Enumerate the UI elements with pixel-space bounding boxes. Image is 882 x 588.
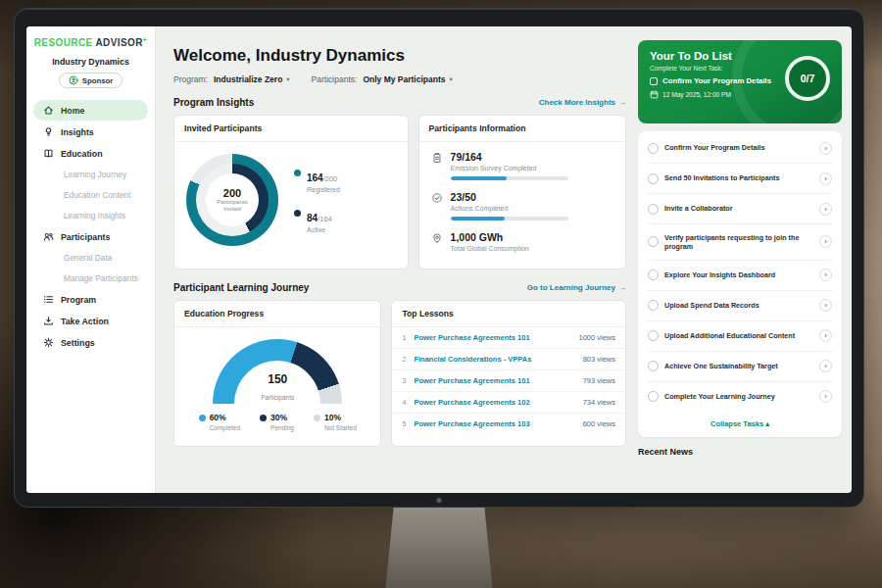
task-row[interactable]: Verify participants requesting to join t…	[647, 224, 833, 261]
chevron-right-icon[interactable]: ›	[819, 390, 832, 403]
sponsor-label: Sponsor	[82, 76, 114, 85]
lesson-link[interactable]: Power Purchase Agreements 102	[414, 398, 582, 407]
task-checkbox[interactable]	[648, 391, 659, 402]
sidebar-item-general-data[interactable]: General Data	[33, 248, 148, 268]
lesson-row: 1 Power Purchase Agreements 101 1000 vie…	[392, 327, 625, 349]
checkbox[interactable]	[650, 77, 658, 85]
collapse-label: Collapse Tasks	[710, 419, 763, 428]
task-row[interactable]: Complete Your Learning Journey ›	[647, 382, 833, 412]
gauge-legend: 60% Completed 30% Pending 10% Not Starte…	[174, 413, 380, 431]
task-row[interactable]: Send 50 Invitations to Participants ›	[647, 164, 833, 194]
sidebar-item-learning-journey[interactable]: Learning Journey	[33, 165, 148, 184]
lesson-row: 3 Power Purchase Agreements 101 793 view…	[392, 370, 625, 392]
sidebar-item-label: Take Action	[61, 317, 109, 326]
chevron-right-icon[interactable]: ›	[819, 235, 832, 248]
task-checkbox[interactable]	[648, 236, 659, 247]
invited-participants-donut-chart: 200 Participants Invited	[186, 154, 278, 246]
chevron-down-icon: ▾	[286, 75, 289, 83]
check-circle-icon	[431, 192, 443, 204]
sidebar-item-settings[interactable]: Settings	[33, 332, 148, 353]
task-checkbox[interactable]	[648, 361, 659, 371]
program-select[interactable]: Industrialize Zero ▾	[214, 74, 290, 84]
task-row[interactable]: Achieve One Sustainability Target ›	[647, 352, 833, 382]
legend-value: 164	[307, 172, 323, 183]
sponsor-badge[interactable]: Sponsor	[59, 73, 123, 88]
chevron-right-icon[interactable]: ›	[819, 172, 832, 185]
check-more-insights-link[interactable]: Check More Insights →	[539, 98, 626, 107]
arrow-right-icon: →	[618, 98, 626, 107]
task-label: Complete Your Learning Journey	[664, 392, 813, 401]
progress-bar-track	[451, 217, 568, 220]
sidebar-item-label: Home	[61, 106, 84, 116]
lesson-views: 734 views	[583, 398, 615, 407]
task-checkbox[interactable]	[648, 173, 659, 184]
sidebar-item-label: Learning Insights	[64, 211, 125, 220]
task-checkbox[interactable]	[648, 300, 659, 311]
sidebar-item-education-content[interactable]: Education Content	[33, 185, 148, 205]
stat-label: Emission Survey Completed	[451, 165, 568, 172]
sidebar-item-take-action[interactable]: Take Action	[33, 311, 148, 331]
progress-bar-fill	[451, 176, 508, 180]
legend-total: /164	[318, 215, 332, 223]
stat-label: Total Global Consumption	[451, 245, 529, 252]
task-row[interactable]: Upload Additional Educational Content ›	[647, 321, 833, 352]
lesson-link[interactable]: Financial Considerations - VPPAs	[414, 355, 582, 364]
donut-legend: 164/200 Registered 84/164 Active	[294, 168, 340, 233]
sidebar-item-manage-participants[interactable]: Manage Participants	[33, 269, 148, 288]
chevron-right-icon[interactable]: ›	[819, 360, 832, 372]
lesson-row: 5 Power Purchase Agreements 103 600 view…	[392, 414, 625, 434]
task-checkbox[interactable]	[648, 330, 659, 341]
lesson-views: 600 views	[583, 419, 615, 428]
logo-text-secondary: ADVISOR	[95, 37, 142, 48]
home-icon	[43, 105, 54, 116]
task-row[interactable]: Invite a Collaborator ›	[647, 194, 833, 224]
chevron-right-icon[interactable]: ›	[819, 269, 832, 281]
task-checkbox[interactable]	[648, 204, 659, 215]
legend-item-registered: 164/200 Registered	[294, 168, 340, 193]
chevron-right-icon[interactable]: ›	[819, 203, 832, 216]
sidebar-item-label: Insights	[61, 127, 94, 137]
lesson-row: 2 Financial Considerations - VPPAs 803 v…	[392, 349, 625, 370]
sidebar-item-home[interactable]: Home	[33, 100, 148, 121]
task-row[interactable]: Explore Your Insights Dashboard ›	[647, 261, 833, 291]
logo-plus: +	[143, 36, 148, 43]
task-row[interactable]: Confirm Your Program Details ›	[647, 133, 833, 164]
recent-news-title: Recent News	[638, 447, 842, 457]
legend-item-completed: 60% Completed	[199, 413, 240, 431]
chevron-right-icon[interactable]: ›	[819, 142, 832, 155]
task-checkbox[interactable]	[648, 270, 659, 280]
chevron-right-icon[interactable]: ›	[819, 299, 832, 312]
lesson-link[interactable]: Power Purchase Agreements 103	[414, 419, 582, 428]
task-label: Invite a Collaborator	[664, 204, 813, 213]
task-checkbox[interactable]	[648, 143, 659, 154]
task-label: Upload Spend Data Records	[664, 301, 813, 310]
monitor-power-led	[437, 498, 442, 503]
lesson-link[interactable]: Power Purchase Agreements 101	[414, 333, 578, 342]
lesson-link[interactable]: Power Purchase Agreements 101	[414, 376, 582, 385]
sidebar-item-education[interactable]: Education	[33, 143, 148, 164]
sidebar-item-program[interactable]: Program	[33, 289, 148, 310]
arrow-right-icon: →	[618, 283, 626, 292]
todo-due-label: 12 May 2025, 12:00 PM	[662, 91, 731, 98]
participants-filter-label: Participants:	[312, 74, 358, 84]
legend-dot-gray	[314, 415, 320, 421]
legend-pct: 60%	[210, 413, 226, 422]
lesson-views: 803 views	[583, 355, 615, 364]
collapse-tasks-link[interactable]: Collapse Tasks ▴	[647, 412, 833, 435]
chevron-right-icon[interactable]: ›	[819, 329, 832, 342]
todo-next-task[interactable]: Confirm Your Program Details	[650, 76, 797, 85]
sidebar-item-learning-insights[interactable]: Learning Insights	[33, 206, 148, 225]
sponsor-person-icon	[69, 75, 78, 85]
section-title: Participant Learning Journey	[173, 282, 309, 293]
lesson-views: 793 views	[583, 376, 615, 385]
go-to-learning-journey-link[interactable]: Go to Learning Journey →	[527, 283, 626, 292]
participants-select[interactable]: Only My Participants ▾	[363, 74, 452, 84]
task-row[interactable]: Upload Spend Data Records ›	[647, 291, 833, 321]
donut-center-label: 200 Participants Invited	[206, 173, 259, 226]
task-label: Verify participants requesting to join t…	[664, 233, 813, 252]
link-label: Go to Learning Journey	[527, 283, 615, 292]
sidebar-item-participants[interactable]: Participants	[33, 226, 148, 247]
sidebar-item-insights[interactable]: Insights	[33, 122, 148, 142]
donut-center-caption: Participants Invited	[213, 199, 252, 213]
gear-icon	[43, 337, 54, 348]
